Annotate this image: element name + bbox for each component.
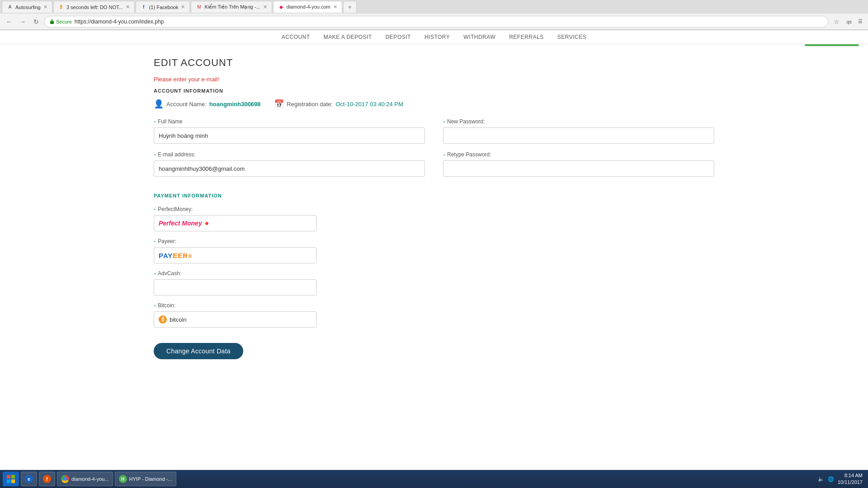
forward-button[interactable]: →: [17, 16, 28, 27]
address-bar: ← → ↻ Secure https://diamond-4-you.com/i…: [0, 14, 868, 30]
tab-diamond[interactable]: ◆ diamond-4-you.com ✕: [273, 1, 342, 13]
secure-label-text: Secure: [56, 19, 72, 24]
retype-password-label-text: Retype Password:: [447, 151, 491, 158]
perfect-money-label-text: PerfectMoney:: [158, 206, 193, 212]
new-password-label-text: New Password:: [447, 118, 485, 125]
bookmark-button[interactable]: ☆: [831, 16, 842, 27]
payeer-group: ◦ Payeer: PAYEER®: [154, 238, 714, 263]
person-icon: 👤: [154, 99, 164, 109]
advcash-bullet: ◦: [154, 270, 156, 277]
perfect-money-text: Perfect Money: [159, 220, 202, 227]
email-label-text: E-mail address:: [158, 151, 195, 158]
tab-favicon-facebook: f: [141, 4, 147, 10]
tab-facebook[interactable]: f (1) Facebook ✕: [136, 1, 190, 13]
form-grid: ◦ Full Name ◦ New Password: ◦ E-mail add…: [154, 118, 714, 184]
calendar-icon: 📅: [274, 99, 284, 109]
full-name-bullet: ◦: [154, 118, 156, 125]
tab-favicon-autosurfing: A: [7, 4, 13, 10]
tab-autosurfing[interactable]: A Autosurfing ✕: [2, 1, 52, 13]
nav-deposit[interactable]: DEPOSIT: [386, 34, 411, 40]
payment-section-label: PAYMENT INFORMATION: [154, 193, 714, 198]
email-bullet: ◦: [154, 151, 156, 158]
payeer-bullet: ◦: [154, 238, 156, 245]
submit-button[interactable]: Change Account Data: [154, 343, 243, 359]
reg-date-value: Oct-10-2017 03:40:24 PM: [335, 101, 403, 108]
tab-close-kiemtien[interactable]: ✕: [263, 4, 267, 10]
retype-password-input[interactable]: [443, 160, 714, 177]
bitcoin-label-text: Bitcoin:: [158, 302, 175, 309]
tab-close-btc[interactable]: ✕: [126, 4, 130, 10]
email-input[interactable]: [154, 160, 425, 177]
menu-button[interactable]: ☰: [856, 19, 864, 24]
full-name-input[interactable]: [154, 127, 425, 144]
tab-close-autosurfing[interactable]: ✕: [43, 4, 47, 10]
account-info-row: 👤 Account Name: hoangminh300698 📅 Regist…: [154, 99, 714, 109]
new-password-input[interactable]: [443, 127, 714, 144]
nav-services[interactable]: SERVICES: [557, 34, 586, 40]
tab-label-btc: 3 seconds left: DO NOT...: [66, 5, 123, 10]
payeer-eer-text: EER: [173, 252, 188, 259]
tab-label-kiemtien: Kiểm Tiền Trên Mạng -...: [204, 4, 260, 10]
full-name-label-text: Full Name: [158, 118, 183, 125]
full-name-label: ◦ Full Name: [154, 118, 425, 125]
tab-favicon-diamond: ◆: [278, 4, 284, 10]
payeer-label-text: Payeer:: [158, 238, 176, 244]
payeer-label: ◦ Payeer:: [154, 238, 714, 245]
perfect-money-input[interactable]: Perfect Money ●: [154, 215, 316, 231]
tab-favicon-btc: ₿: [58, 4, 64, 10]
account-name-value: hoangminh300698: [209, 101, 260, 108]
error-message: Please enter your e-mail!: [154, 76, 714, 83]
tab-kiemtien[interactable]: M Kiểm Tiền Trên Mạng -... ✕: [191, 1, 272, 13]
back-button[interactable]: ←: [4, 16, 14, 27]
account-information-label: ACCOUNT INFORMATION: [154, 88, 714, 94]
nav-history[interactable]: HISTORY: [425, 34, 450, 40]
nav-account[interactable]: ACCOUNT: [282, 34, 310, 40]
main-content: EDIT ACCOUNT Please enter your e-mail! A…: [0, 48, 868, 368]
perfect-money-bullet: ◦: [154, 206, 156, 213]
email-group: ◦ E-mail address:: [154, 151, 425, 177]
advcash-input[interactable]: [154, 279, 316, 296]
refresh-button[interactable]: ↻: [31, 16, 42, 27]
browser-chrome: A Autosurfing ✕ ₿ 3 seconds left: DO NOT…: [0, 0, 868, 30]
payeer-pay-text: PAY: [159, 252, 173, 259]
url-text: https://diamond-4-you.com/index.php: [75, 19, 164, 25]
payeer-text: PAYEER®: [159, 252, 192, 259]
nav-referrals[interactable]: REFERRALS: [509, 34, 544, 40]
address-input-container[interactable]: Secure https://diamond-4-you.com/index.p…: [44, 16, 828, 28]
retype-password-label: ◦ Retype Password:: [443, 151, 714, 158]
advcash-label-text: AdvCash:: [158, 270, 181, 277]
tab-btc[interactable]: ₿ 3 seconds left: DO NOT... ✕: [53, 1, 135, 13]
progress-bar: [805, 44, 859, 46]
account-name-label: Account Name:: [166, 101, 207, 108]
full-name-group: ◦ Full Name: [154, 118, 425, 144]
perfect-money-group: ◦ PerfectMoney: Perfect Money ●: [154, 206, 714, 231]
perfect-money-label: ◦ PerfectMoney:: [154, 206, 714, 213]
new-password-label: ◦ New Password:: [443, 118, 714, 125]
nav-withdraw[interactable]: WITHDRAW: [463, 34, 495, 40]
perfect-money-dot: ●: [205, 219, 209, 227]
new-tab-button[interactable]: +: [343, 1, 357, 13]
bitcoin-group: ◦ Bitcoin: ₿ bitcoin: [154, 302, 714, 328]
bitcoin-icon: ₿: [159, 315, 167, 324]
tab-close-facebook[interactable]: ✕: [181, 4, 185, 10]
tab-bar: A Autosurfing ✕ ₿ 3 seconds left: DO NOT…: [0, 0, 868, 14]
bitcoin-bullet: ◦: [154, 302, 156, 309]
tab-close-diamond[interactable]: ✕: [333, 4, 337, 10]
reg-date-block: 📅 Registration date: Oct-10-2017 03:40:2…: [274, 99, 403, 109]
new-password-bullet: ◦: [443, 118, 445, 125]
profile-button[interactable]: qs: [844, 19, 854, 24]
tab-label-autosurfing: Autosurfing: [15, 5, 41, 10]
tab-favicon-kiemtien: M: [196, 4, 202, 10]
account-name-block: 👤 Account Name: hoangminh300698: [154, 99, 260, 109]
advcash-label: ◦ AdvCash:: [154, 270, 714, 277]
retype-password-group: ◦ Retype Password:: [443, 151, 714, 177]
retype-password-bullet: ◦: [443, 151, 445, 158]
nav-make-deposit[interactable]: MAKE A DEPOSIT: [324, 34, 372, 40]
bitcoin-input[interactable]: ₿ bitcoin: [154, 311, 316, 328]
lock-icon: [49, 19, 55, 24]
secure-badge: Secure: [49, 19, 72, 24]
payeer-input[interactable]: PAYEER®: [154, 247, 316, 263]
new-password-group: ◦ New Password:: [443, 118, 714, 144]
bitcoin-text: bitcoin: [170, 316, 187, 323]
page-title: EDIT ACCOUNT: [154, 57, 714, 69]
